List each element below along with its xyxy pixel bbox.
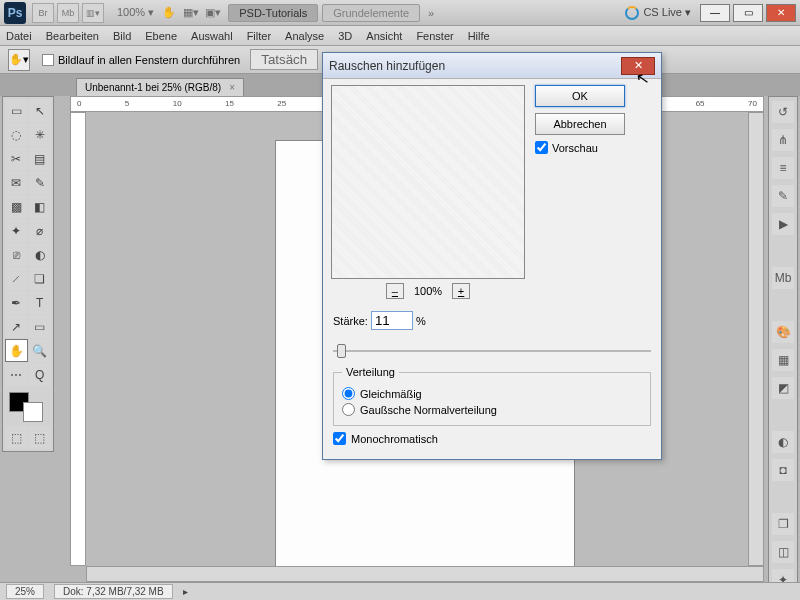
panel-play-icon[interactable]: ▶ (772, 213, 794, 235)
tool-zoom[interactable]: 🔍 (29, 339, 52, 362)
active-tool-hand-icon[interactable]: ✋▾ (8, 49, 30, 71)
ruler-tick: 10 (173, 99, 182, 108)
tool-path[interactable]: ↗ (5, 315, 28, 338)
panel-adjustments-icon[interactable]: ◐ (772, 431, 794, 453)
tool-3d-camera[interactable]: Q (29, 363, 52, 386)
tool-text[interactable]: T (29, 291, 52, 314)
monochromatic-row[interactable]: Monochromatisch (333, 432, 651, 445)
minibridge-button[interactable]: Mb (57, 3, 79, 23)
tool-gradient[interactable]: ⎚ (5, 243, 28, 266)
tool-hand[interactable]: ✋ (5, 339, 28, 362)
workspace-more-icon[interactable]: » (422, 4, 440, 22)
menu-ebene[interactable]: Ebene (145, 30, 177, 42)
panel-brush-icon[interactable]: ✎ (772, 185, 794, 207)
tool-wand[interactable]: ✳ (29, 123, 52, 146)
right-panel-dock: ↺ ⋔ ≡ ✎ ▶ Mb 🎨 ▦ ◩ ◐ ◘ ❐ ◫ ✦ (768, 96, 798, 598)
tool-eraser[interactable]: ⌀ (29, 219, 52, 242)
workspace-psd-tutorials[interactable]: PSD-Tutorials (228, 4, 318, 22)
color-swatches[interactable] (5, 392, 51, 426)
preview-zoom-out-button[interactable]: – (386, 283, 404, 299)
tool-eyedropper[interactable]: ✉ (5, 171, 28, 194)
menu-hilfe[interactable]: Hilfe (468, 30, 490, 42)
amount-input[interactable] (371, 311, 413, 330)
cs-live-button[interactable]: CS Live ▾ (625, 6, 691, 20)
scrollbar-horizontal[interactable] (86, 566, 764, 582)
status-zoom-field[interactable]: 25% (6, 584, 44, 599)
screenmode-button[interactable]: ▥▾ (82, 3, 104, 23)
screen-icon[interactable]: ▣▾ (204, 4, 222, 22)
menu-datei[interactable]: Datei (6, 30, 32, 42)
panel-styles-icon[interactable]: ◩ (772, 377, 794, 399)
slider-thumb-icon[interactable] (337, 344, 346, 358)
preview-checkbox-row[interactable]: Vorschau (535, 141, 653, 154)
bridge-button[interactable]: Br (32, 3, 54, 23)
workspace-grundelemente[interactable]: Grundelemente (322, 4, 420, 22)
monochromatic-checkbox[interactable] (333, 432, 346, 445)
distribution-gaussian-row[interactable]: Gaußsche Normalverteilung (342, 403, 642, 416)
noise-preview[interactable] (331, 85, 525, 279)
distribution-uniform-row[interactable]: Gleichmäßig (342, 387, 642, 400)
menu-bild[interactable]: Bild (113, 30, 131, 42)
tool-brush[interactable]: ▩ (5, 195, 28, 218)
panel-minibridge-icon[interactable]: Mb (772, 267, 794, 289)
status-arrow-icon[interactable]: ▸ (183, 586, 188, 597)
preview-zoom-in-button[interactable]: + (452, 283, 470, 299)
amount-slider[interactable] (333, 342, 651, 360)
menu-fenster[interactable]: Fenster (416, 30, 453, 42)
menu-filter[interactable]: Filter (247, 30, 271, 42)
cancel-button[interactable]: Abbrechen (535, 113, 625, 135)
distribution-uniform-radio[interactable] (342, 387, 355, 400)
menu-bearbeiten[interactable]: Bearbeiten (46, 30, 99, 42)
tool-shape[interactable]: ▭ (29, 315, 52, 338)
panel-color-icon[interactable]: 🎨 (772, 321, 794, 343)
dialog-title-label: Rauschen hinzufügen (329, 59, 445, 73)
tool-lasso[interactable]: ◌ (5, 123, 28, 146)
scroll-all-checkbox[interactable] (42, 54, 54, 66)
scrollbar-vertical[interactable] (748, 112, 764, 566)
panel-masks-icon[interactable]: ◘ (772, 459, 794, 481)
background-color-swatch[interactable] (23, 402, 43, 422)
arrange-icon[interactable]: ▦▾ (182, 4, 200, 22)
ruler-vertical (70, 112, 86, 566)
tool-blur[interactable]: ◐ (29, 243, 52, 266)
quickmask-toggle[interactable]: ⬚ (5, 426, 28, 449)
screenmode-toggle[interactable]: ⬚ (29, 426, 52, 449)
ok-button[interactable]: OK (535, 85, 625, 107)
status-bar: 25% Dok: 7,32 MB/7,32 MB ▸ (0, 582, 800, 600)
tool-history-brush[interactable]: ✦ (5, 219, 28, 242)
document-tab[interactable]: Unbenannt-1 bei 25% (RGB/8) × (76, 78, 244, 96)
menu-analyse[interactable]: Analyse (285, 30, 324, 42)
options-actual-pixels-button[interactable]: Tatsäch (250, 49, 318, 70)
panel-swatches-icon[interactable]: ▦ (772, 349, 794, 371)
tool-marquee[interactable]: ▭ (5, 99, 28, 122)
menu-auswahl[interactable]: Auswahl (191, 30, 233, 42)
panel-actions-icon[interactable]: ⋔ (772, 129, 794, 151)
panel-layers-icon[interactable]: ❐ (772, 513, 794, 535)
window-minimize-button[interactable]: — (700, 4, 730, 22)
panel-properties-icon[interactable]: ≡ (772, 157, 794, 179)
distribution-legend: Verteilung (342, 366, 399, 378)
preview-checkbox[interactable] (535, 141, 548, 154)
tool-crop[interactable]: ✂ (5, 147, 28, 170)
menu-3d[interactable]: 3D (338, 30, 352, 42)
tool-slice[interactable]: ▤ (29, 147, 52, 170)
window-close-button[interactable]: ✕ (766, 4, 796, 22)
hand-icon[interactable]: ✋ (160, 4, 178, 22)
tool-dodge[interactable]: ⟋ (5, 267, 28, 290)
tool-type[interactable]: ✒ (5, 291, 28, 314)
panel-channels-icon[interactable]: ◫ (772, 541, 794, 563)
ruler-tick: 70 (748, 99, 757, 108)
status-doc-field[interactable]: Dok: 7,32 MB/7,32 MB (54, 584, 173, 599)
distribution-gaussian-radio[interactable] (342, 403, 355, 416)
titlebar-zoom-dropdown[interactable]: 100% ▾ (117, 6, 154, 19)
dialog-titlebar[interactable]: Rauschen hinzufügen ✕ (323, 53, 661, 79)
panel-history-icon[interactable]: ↺ (772, 101, 794, 123)
menu-ansicht[interactable]: Ansicht (366, 30, 402, 42)
document-tab-close-icon[interactable]: × (229, 82, 235, 93)
tool-heal[interactable]: ✎ (29, 171, 52, 194)
window-maximize-button[interactable]: ▭ (733, 4, 763, 22)
tool-pen[interactable]: ❏ (29, 267, 52, 290)
tool-3d-rotate[interactable]: ⋯ (5, 363, 28, 386)
tool-move[interactable]: ↖ (29, 99, 52, 122)
tool-stamp[interactable]: ◧ (29, 195, 52, 218)
